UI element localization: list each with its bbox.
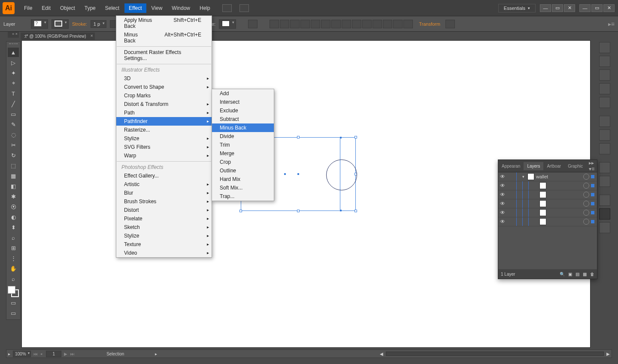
tool-17[interactable]: ⬍ [8, 223, 19, 232]
align-left-icon[interactable] [270, 20, 279, 28]
menuitem-divide[interactable]: Divide [212, 132, 274, 141]
tools-grip[interactable] [9, 43, 18, 46]
target-icon[interactable] [583, 192, 589, 198]
transform-link[interactable]: Transform [419, 21, 440, 27]
tool-19[interactable]: ⊞ [8, 243, 19, 253]
menuitem-intersect[interactable]: Intersect [212, 98, 274, 106]
menuitem-blur[interactable]: Blur▸ [116, 189, 212, 197]
menuitem-minus-back[interactable]: Minus BackAlt+Shift+Ctrl+E [116, 30, 212, 45]
symbols-icon[interactable] [599, 97, 610, 108]
menu-help[interactable]: Help [195, 3, 215, 13]
status-popup-icon[interactable]: ▸ [155, 352, 157, 356]
panel-tab-appearan[interactable]: Appearan [498, 162, 524, 170]
visibility-icon[interactable]: 👁 [498, 192, 507, 198]
dist-vmid-icon[interactable] [393, 20, 403, 28]
layer-row[interactable]: 👁 [498, 208, 597, 217]
align-hcenter-icon[interactable] [280, 20, 289, 28]
menuitem-sketch[interactable]: Sketch▸ [116, 223, 212, 232]
menu-effect[interactable]: Effect [124, 3, 146, 13]
layer-row[interactable]: 👁 [498, 217, 597, 226]
statusbar-expand-icon[interactable]: ▸ [8, 352, 10, 356]
menuitem-video[interactable]: Video▸ [116, 249, 212, 257]
artboard-number[interactable]: 1 [46, 351, 61, 357]
menuitem-texture[interactable]: Texture▸ [116, 240, 212, 249]
tool-8[interactable]: ◌ [8, 130, 19, 139]
tool-12[interactable]: ▦ [8, 171, 19, 180]
tool-16[interactable]: ◐ [8, 212, 19, 222]
new-layer-icon[interactable]: ▦ [583, 272, 587, 277]
tool-13[interactable]: ◧ [8, 181, 19, 191]
visibility-icon[interactable]: 👁 [498, 183, 507, 189]
window-restore[interactable]: ▭ [552, 4, 563, 12]
menuitem-soft-mix-[interactable]: Soft Mix... [212, 184, 274, 192]
screen-mode[interactable]: ▭ [8, 308, 19, 318]
tool-20[interactable]: ⋮ [8, 253, 19, 263]
dist-top-icon[interactable] [383, 20, 392, 28]
menu-type[interactable]: Type [80, 3, 100, 13]
app-restore[interactable]: ▭ [591, 4, 603, 12]
visibility-icon[interactable]: 👁 [498, 219, 507, 225]
menuitem-merge[interactable]: Merge [212, 149, 274, 158]
dist-right-icon[interactable] [373, 20, 382, 28]
menuitem-crop[interactable]: Crop [212, 158, 274, 166]
transform-menu-icon[interactable] [445, 20, 455, 28]
menuitem-minus-back[interactable]: Minus Back [212, 123, 274, 132]
menu-file[interactable]: File [20, 3, 36, 13]
menuitem-pixelate[interactable]: Pixelate▸ [116, 214, 212, 223]
menu-window[interactable]: Window [167, 3, 194, 13]
dist-left-icon[interactable] [352, 20, 361, 28]
tool-5[interactable]: ╱ [8, 99, 19, 108]
target-icon[interactable] [583, 174, 589, 180]
artboards-icon[interactable] [599, 208, 610, 220]
tool-10[interactable]: ↻ [8, 150, 19, 160]
window-close[interactable]: ✕ [564, 4, 575, 12]
swatches-icon[interactable] [599, 69, 610, 81]
menuitem-exclude[interactable]: Exclude [212, 106, 274, 115]
hscroll-right[interactable]: ▶ [606, 352, 610, 356]
menuitem-distort[interactable]: Distort▸ [116, 206, 212, 214]
menuitem-svg-filters[interactable]: SVG Filters▸ [116, 143, 212, 151]
color-panel-icon[interactable] [599, 42, 610, 53]
app-close[interactable]: ✕ [603, 4, 615, 12]
workspace-switcher[interactable]: Essentials▾ [498, 4, 536, 12]
layer-row[interactable]: 👁 [498, 199, 597, 208]
close-tab-icon[interactable]: × [91, 33, 93, 38]
tool-4[interactable]: T [8, 89, 19, 98]
layer-row[interactable]: 👁 [498, 181, 597, 190]
menuitem-rasterize-[interactable]: Rasterize... [116, 126, 212, 134]
tool-0[interactable]: ▲ [8, 48, 19, 57]
artboard-nav-first[interactable]: ⏮ ◀ [33, 352, 44, 356]
target-icon[interactable] [583, 201, 589, 207]
tool-9[interactable]: ✂ [8, 140, 19, 150]
layers-icon[interactable] [599, 195, 610, 206]
menuitem-path[interactable]: Path▸ [116, 108, 212, 117]
tool-6[interactable]: ▭ [8, 109, 19, 119]
stroke-weight[interactable]: 1 p [91, 20, 106, 28]
tool-22[interactable]: ⌕ [8, 274, 19, 283]
delete-layer-icon[interactable]: 🗑 [590, 272, 594, 277]
tab-handle[interactable]: « × [8, 32, 19, 38]
menuitem-stylize[interactable]: Stylize▸ [116, 134, 212, 143]
target-icon[interactable] [583, 210, 589, 216]
menuitem-subtract[interactable]: Subtract [212, 115, 274, 123]
menuitem-apply-minus-back[interactable]: Apply Minus BackShift+Ctrl+E [116, 16, 212, 30]
panel-tab-layers[interactable]: Layers [524, 162, 543, 170]
dist-v-icon[interactable] [342, 20, 351, 28]
target-icon[interactable] [583, 219, 589, 225]
menu-select[interactable]: Select [101, 3, 124, 13]
arrange-docs-icon[interactable] [239, 4, 249, 12]
align-vcenter-icon[interactable] [311, 20, 320, 28]
visibility-icon[interactable]: 👁 [498, 201, 507, 207]
tool-3[interactable]: ⌖ [8, 78, 19, 88]
transparency-icon[interactable] [599, 143, 610, 154]
dist-center-icon[interactable] [362, 20, 372, 28]
tool-14[interactable]: ✱ [8, 192, 19, 201]
layer-row[interactable]: 👁 [498, 190, 597, 199]
menuitem-trap-[interactable]: Trap... [212, 192, 274, 201]
stroke-dropdown[interactable] [52, 19, 69, 29]
tool-11[interactable]: ⬚ [8, 161, 19, 170]
hscroll-left[interactable]: ◀ [380, 352, 383, 356]
panel-tab-artboar[interactable]: Artboar [543, 162, 564, 170]
make-clip-icon[interactable]: ▣ [568, 272, 572, 277]
bridge-icon[interactable] [222, 4, 232, 12]
